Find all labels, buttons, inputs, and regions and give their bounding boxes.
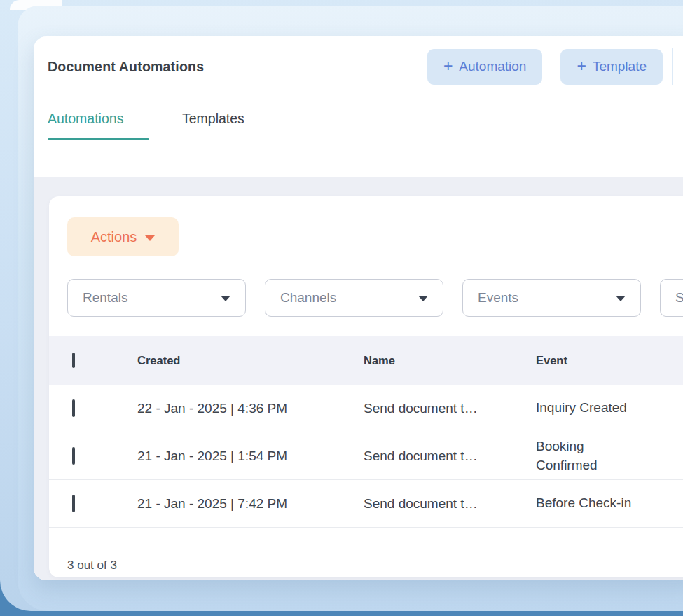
filter-s[interactable]: S: [660, 279, 683, 317]
table-row[interactable]: 21 - Jan - 2025 | 1:54 PM Send document …: [49, 432, 683, 480]
automations-panel: Actions Rentals Channels Events S: [49, 196, 683, 577]
table-header-row: Created Name Event: [49, 336, 683, 385]
cell-name: Send document t…: [364, 401, 536, 416]
add-template-button[interactable]: + Template: [560, 49, 663, 85]
cell-created: 21 - Jan - 2025 | 7:42 PM: [137, 496, 364, 512]
row-checkbox[interactable]: [72, 399, 75, 417]
table-row[interactable]: 21 - Jan - 2025 | 7:42 PM Send document …: [49, 480, 683, 528]
add-automation-label: Automation: [459, 59, 526, 74]
chevron-down-icon: [221, 296, 230, 301]
plus-icon: +: [577, 58, 586, 74]
actions-dropdown-button[interactable]: Actions: [67, 217, 179, 256]
cell-name: Send document t…: [364, 496, 536, 512]
tab-bar: Automations Templates: [34, 97, 683, 140]
cell-created: 22 - Jan - 2025 | 4:36 PM: [137, 401, 364, 416]
actions-label: Actions: [91, 229, 137, 245]
tab-templates[interactable]: Templates: [182, 97, 244, 140]
header-actions: + Automation + Template: [427, 48, 683, 85]
filter-channels[interactable]: Channels: [265, 279, 443, 317]
cell-created: 21 - Jan - 2025 | 1:54 PM: [137, 449, 364, 464]
cell-event: Before Check-in: [536, 494, 647, 513]
active-tab-underline: [48, 138, 149, 140]
filter-s-label: S: [675, 290, 683, 306]
filter-bar: Rentals Channels Events S: [67, 279, 683, 317]
header-divider: [672, 48, 673, 85]
select-all-checkbox[interactable]: [72, 353, 75, 368]
filter-events[interactable]: Events: [462, 279, 641, 317]
page-title: Document Automations: [48, 59, 204, 75]
table-row[interactable]: 22 - Jan - 2025 | 4:36 PM Send document …: [49, 385, 683, 432]
chevron-down-icon: [418, 296, 428, 301]
tab-automations[interactable]: Automations: [48, 97, 149, 140]
column-header-created: Created: [137, 354, 364, 367]
filter-rentals-label: Rentals: [83, 290, 127, 306]
column-header-name: Name: [364, 354, 536, 367]
chevron-down-icon: [616, 296, 626, 301]
add-template-label: Template: [593, 59, 647, 74]
content-area: Actions Rentals Channels Events S: [34, 177, 683, 580]
filter-rentals[interactable]: Rentals: [67, 279, 246, 317]
filter-events-label: Events: [478, 290, 518, 306]
results-count: 3 out of 3: [49, 528, 683, 573]
chevron-down-icon: [145, 235, 155, 241]
row-checkbox[interactable]: [72, 495, 75, 512]
cell-name: Send document t…: [364, 449, 536, 464]
filter-channels-label: Channels: [280, 290, 336, 306]
card-header: Document Automations + Automation + Temp…: [34, 36, 683, 97]
document-automations-card: Document Automations + Automation + Temp…: [34, 36, 683, 580]
add-automation-button[interactable]: + Automation: [427, 49, 543, 85]
tab-automations-label: Automations: [48, 111, 123, 127]
cell-event: Booking Confirmed: [536, 437, 647, 474]
column-header-event: Event: [536, 354, 683, 367]
row-checkbox[interactable]: [72, 447, 75, 465]
cell-event: Inquiry Created: [536, 399, 647, 418]
tab-templates-label: Templates: [182, 111, 244, 127]
plus-icon: +: [443, 58, 453, 74]
